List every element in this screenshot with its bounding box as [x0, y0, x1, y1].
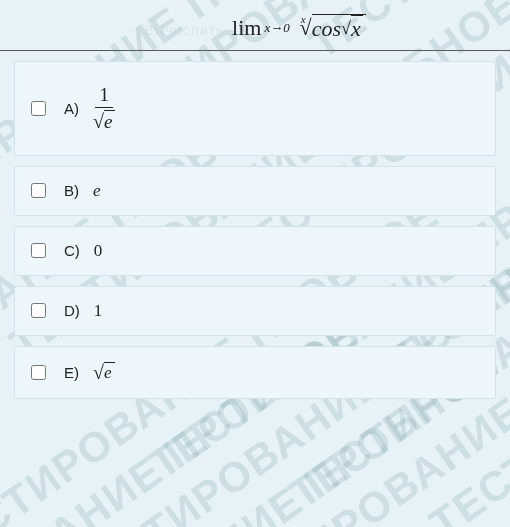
option-a-value: 1 √e	[93, 84, 115, 133]
option-e-value: √e	[93, 361, 115, 384]
frac-den-radicand: e	[104, 110, 115, 133]
option-d-checkbox[interactable]	[31, 303, 46, 318]
option-b-checkbox[interactable]	[31, 183, 46, 198]
question-text: Вычислить limx→0 x √ cos √x	[0, 0, 510, 51]
option-c-value: 0	[94, 241, 103, 261]
option-c-checkbox[interactable]	[31, 243, 46, 258]
option-e-radicand: e	[104, 362, 115, 383]
frac-num: 1	[95, 84, 113, 108]
option-d[interactable]: D) 1	[14, 286, 496, 336]
option-a-checkbox[interactable]	[31, 101, 46, 116]
option-e[interactable]: E) √e	[14, 346, 496, 399]
option-c-letter: C)	[64, 242, 80, 259]
option-e-letter: E)	[64, 364, 79, 381]
outer-root: x √ cos √x	[295, 14, 366, 42]
root-index: x	[301, 13, 306, 25]
question-prefix: Вычислить	[144, 22, 224, 38]
option-b[interactable]: B) e	[14, 166, 496, 216]
option-c[interactable]: C) 0	[14, 226, 496, 276]
option-b-value: e	[93, 181, 101, 201]
limit-sub: x→0	[264, 20, 289, 36]
option-e-checkbox[interactable]	[31, 365, 46, 380]
option-d-letter: D)	[64, 302, 80, 319]
option-d-value: 1	[94, 301, 103, 321]
options-list: A) 1 √e B) e C) 0	[0, 51, 510, 419]
limit-symbol: lim	[232, 15, 261, 41]
option-a[interactable]: A) 1 √e	[14, 61, 496, 156]
cos-text: cos	[312, 16, 341, 42]
option-a-letter: A)	[64, 100, 79, 117]
option-b-letter: B)	[64, 182, 79, 199]
inner-var: x	[351, 15, 363, 42]
